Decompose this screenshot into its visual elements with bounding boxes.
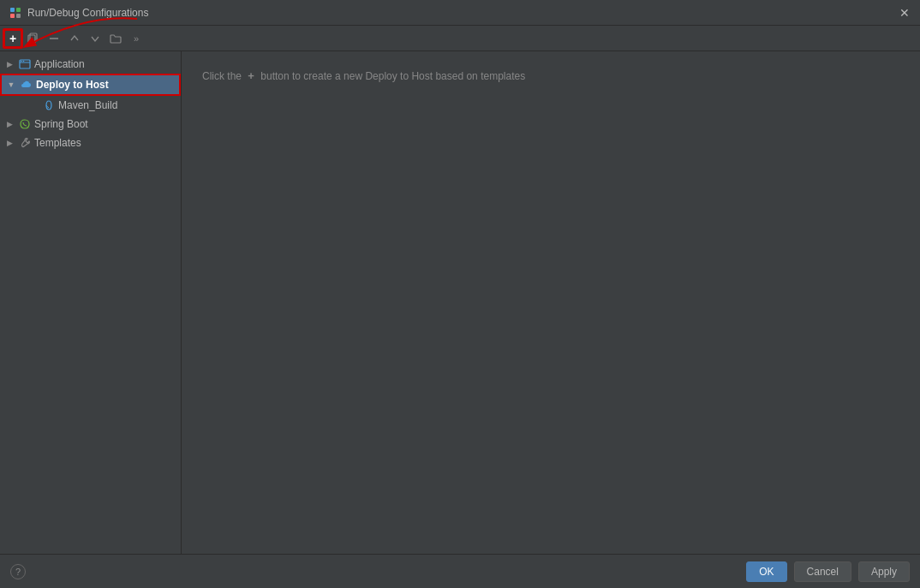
spring-icon xyxy=(18,117,32,131)
toolbar: + » xyxy=(0,26,920,51)
templates-label: Templates xyxy=(34,137,81,149)
ok-button[interactable]: OK xyxy=(746,561,786,582)
svg-rect-3 xyxy=(16,14,21,18)
window-icon xyxy=(9,6,22,20)
svg-rect-5 xyxy=(28,35,35,43)
close-button[interactable]: ✕ xyxy=(898,6,911,20)
deploy-to-host-label: Deploy to Host xyxy=(36,79,109,91)
bottom-right: OK Cancel Apply xyxy=(746,561,910,582)
deploy-to-host-wrapper: ▼ Deploy to Host xyxy=(0,74,181,96)
more-button[interactable]: » xyxy=(127,29,146,48)
add-configuration-button[interactable]: + xyxy=(3,29,22,48)
hint-text-before: Click the xyxy=(202,70,242,82)
toggle-deploy-to-host[interactable]: ▼ xyxy=(5,79,17,91)
hint-text: Click the + button to create a new Deplo… xyxy=(202,68,899,84)
title-bar: Run/Debug Configurations ✕ xyxy=(0,0,920,26)
wrench-icon xyxy=(18,136,32,150)
window-title: Run/Debug Configurations xyxy=(27,7,898,19)
move-up-button[interactable] xyxy=(65,29,84,48)
main-content: ▶ Application ▼ Deploy to xyxy=(0,51,920,554)
hint-text-after: button to create a new Deploy to Host ba… xyxy=(260,70,525,82)
bottom-left: ? xyxy=(10,564,746,579)
toggle-maven-build xyxy=(27,99,39,111)
maven-build-label: Maven_Build xyxy=(58,99,117,111)
copy-configuration-button[interactable] xyxy=(24,29,43,48)
svg-rect-4 xyxy=(30,33,37,41)
folder-button[interactable] xyxy=(106,29,125,48)
help-button[interactable]: ? xyxy=(10,564,26,579)
tree-item-maven-build[interactable]: Maven_Build xyxy=(0,96,181,115)
svg-rect-2 xyxy=(10,14,15,18)
tree-item-deploy-to-host[interactable]: ▼ Deploy to Host xyxy=(2,75,179,94)
application-icon xyxy=(18,57,32,71)
svg-rect-1 xyxy=(16,8,21,12)
spring-boot-label: Spring Boot xyxy=(34,118,88,130)
right-panel: Click the + button to create a new Deplo… xyxy=(182,51,920,554)
tree-item-templates[interactable]: ▶ Templates xyxy=(0,134,181,152)
svg-point-10 xyxy=(21,61,22,62)
cloud-icon xyxy=(20,78,33,92)
tree-item-application[interactable]: ▶ Application xyxy=(0,55,181,74)
application-label: Application xyxy=(34,58,85,70)
toggle-templates[interactable]: ▶ xyxy=(3,137,15,149)
remove-configuration-button[interactable] xyxy=(45,29,63,48)
configuration-tree: ▶ Application ▼ Deploy to xyxy=(0,51,182,554)
apply-button[interactable]: Apply xyxy=(858,561,910,582)
hint-plus-symbol: + xyxy=(248,69,254,82)
cancel-button[interactable]: Cancel xyxy=(794,561,851,582)
tree-item-spring-boot[interactable]: ▶ Spring Boot xyxy=(0,115,181,134)
bottom-bar: ? OK Cancel Apply xyxy=(0,554,920,588)
svg-point-11 xyxy=(23,61,25,62)
maven-build-icon xyxy=(42,98,56,112)
toggle-application[interactable]: ▶ xyxy=(3,58,15,70)
move-down-button[interactable] xyxy=(86,29,105,48)
toggle-spring-boot[interactable]: ▶ xyxy=(3,118,15,130)
svg-rect-0 xyxy=(10,8,15,12)
